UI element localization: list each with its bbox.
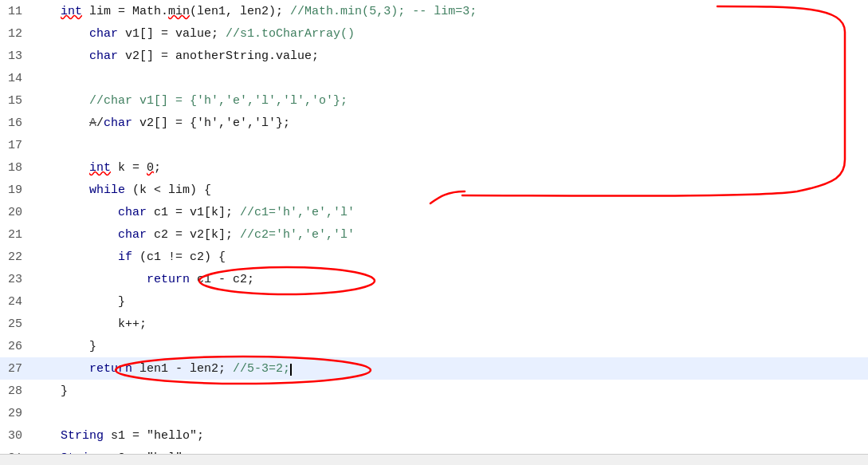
line-num-17: 17 [0, 139, 32, 152]
line-code-24: } [32, 295, 868, 309]
line-code-12: char v1[] = value; //s1.toCharArray() [32, 27, 868, 41]
line-num-22: 22 [0, 250, 32, 264]
line-num-21: 21 [0, 228, 32, 242]
line-21: 21 char c2 = v2[k]; //c2='h','e','l' [0, 223, 868, 246]
line-code-21: char c2 = v2[k]; //c2='h','e','l' [32, 228, 868, 242]
line-num-18: 18 [0, 161, 32, 175]
line-num-27: 27 [0, 362, 32, 376]
line-num-23: 23 [0, 273, 32, 286]
line-11: 11 int lim = Math.min(len1, len2); //Mat… [0, 0, 868, 22]
code-container: 11 int lim = Math.min(len1, len2); //Mat… [0, 0, 868, 465]
line-14: 14 [0, 67, 868, 89]
line-num-25: 25 [0, 317, 32, 331]
line-code-28: } [32, 384, 868, 398]
line-code-25: k++; [32, 317, 868, 331]
line-19: 19 while (k < lim) { [0, 179, 868, 201]
line-code-26: } [32, 340, 868, 353]
horizontal-scrollbar[interactable] [0, 454, 868, 465]
line-12: 12 char v1[] = value; //s1.toCharArray() [0, 22, 868, 45]
line-code-11: int lim = Math.min(len1, len2); //Math.m… [32, 5, 868, 18]
line-num-28: 28 [0, 384, 32, 398]
line-22: 22 if (c1 != c2) { [0, 246, 868, 268]
line-code-20: char c1 = v1[k]; //c1='h','e','l' [32, 206, 868, 219]
line-16: 16 A/char v2[] = {'h','e','l'}; [0, 112, 868, 134]
code-lines: 11 int lim = Math.min(len1, len2); //Mat… [0, 0, 868, 465]
line-25: 25 k++; [0, 313, 868, 335]
line-num-11: 11 [0, 5, 32, 18]
line-code-30: String s1 = "hello"; [32, 429, 868, 443]
line-num-24: 24 [0, 295, 32, 309]
line-code-13: char v2[] = anotherString.value; [32, 49, 868, 63]
line-code-27: return len1 - len2; //5-3=2; [32, 362, 868, 376]
line-code-16: A/char v2[] = {'h','e','l'}; [32, 116, 868, 130]
line-17: 17 [0, 134, 868, 156]
line-20: 20 char c1 = v1[k]; //c1='h','e','l' [0, 201, 868, 223]
line-num-15: 15 [0, 94, 32, 108]
line-num-12: 12 [0, 27, 32, 41]
line-num-29: 29 [0, 407, 32, 420]
line-num-19: 19 [0, 183, 32, 197]
line-28: 28 } [0, 380, 868, 402]
line-num-20: 20 [0, 206, 32, 219]
line-24: 24 } [0, 290, 868, 313]
line-num-16: 16 [0, 116, 32, 130]
line-code-18: int k = 0; [32, 161, 868, 175]
line-num-30: 30 [0, 429, 32, 443]
line-code-15: //char v1[] = {'h','e','l','l','o'}; [32, 94, 868, 108]
line-num-14: 14 [0, 72, 32, 85]
line-18: 18 int k = 0; [0, 156, 868, 179]
line-num-13: 13 [0, 49, 32, 63]
line-29: 29 [0, 402, 868, 424]
line-30: 30 String s1 = "hello"; [0, 424, 868, 447]
line-13: 13 char v2[] = anotherString.value; [0, 45, 868, 67]
line-23: 23 return c1 - c2; [0, 268, 868, 290]
line-code-22: if (c1 != c2) { [32, 250, 868, 264]
line-num-26: 26 [0, 340, 32, 353]
line-15: 15 //char v1[] = {'h','e','l','l','o'}; [0, 89, 868, 112]
line-26: 26 } [0, 335, 868, 357]
line-code-23: return c1 - c2; [32, 273, 868, 286]
line-code-19: while (k < lim) { [32, 183, 868, 197]
line-27: 27 return len1 - len2; //5-3=2; [0, 357, 868, 380]
